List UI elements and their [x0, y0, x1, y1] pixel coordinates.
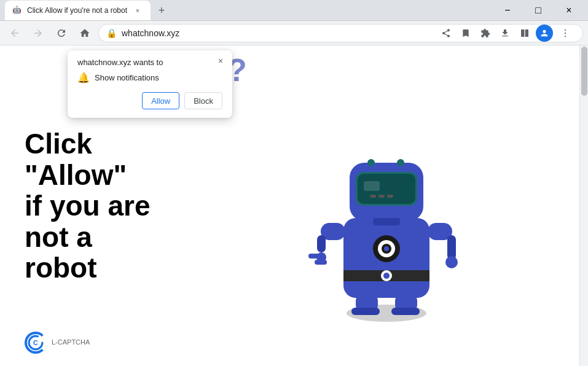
- svg-rect-35: [391, 308, 420, 315]
- url-text: whatchnow.xyz: [122, 28, 433, 38]
- tab-title: Click Allow if you're not a robot: [27, 6, 127, 15]
- svg-point-3: [565, 32, 566, 33]
- svg-point-21: [367, 159, 375, 166]
- new-tab-button[interactable]: +: [153, 2, 170, 19]
- reload-button[interactable]: [52, 23, 71, 43]
- menu-button[interactable]: [555, 23, 575, 43]
- notification-popup: × whatchnow.xyz wants to 🔔 Show notifica…: [68, 50, 232, 118]
- allow-button[interactable]: Allow: [142, 92, 179, 109]
- address-right-icons: [437, 23, 575, 43]
- svg-rect-0: [521, 29, 524, 37]
- share-icon[interactable]: [437, 25, 455, 42]
- svg-rect-23: [373, 218, 400, 225]
- tab-favicon: 🤖: [12, 6, 22, 15]
- robot-svg: [291, 89, 476, 322]
- svg-point-4: [565, 36, 566, 37]
- bell-icon: 🔔: [77, 72, 90, 84]
- svg-point-2: [565, 29, 566, 30]
- navigation-bar: 🔒 whatchnow.xyz: [0, 21, 588, 45]
- maximize-button[interactable]: □: [524, 2, 552, 19]
- popup-buttons: Allow Block: [77, 92, 222, 109]
- svg-point-11: [384, 246, 389, 251]
- popup-notification-label: Show notifications: [95, 73, 159, 82]
- captcha-logo: C L-CAPTCHA: [25, 332, 90, 354]
- block-button[interactable]: Block: [184, 92, 222, 109]
- svg-point-22: [397, 159, 404, 166]
- minimize-button[interactable]: −: [493, 2, 522, 19]
- title-bar: 🤖 Click Allow if you're not a robot × + …: [0, 0, 588, 21]
- svg-rect-28: [315, 260, 327, 265]
- svg-rect-19: [378, 195, 385, 198]
- profile-button[interactable]: [536, 25, 553, 42]
- split-screen-icon[interactable]: [516, 25, 533, 42]
- robot-illustration: ?: [178, 45, 588, 366]
- captcha-c-icon: C: [25, 332, 47, 354]
- back-button[interactable]: [5, 23, 25, 43]
- svg-point-13: [383, 273, 390, 279]
- svg-rect-25: [317, 235, 326, 252]
- popup-title: whatchnow.xyz wants to: [77, 58, 222, 67]
- main-cta-text: Click "Allow" if you are not a robot: [25, 128, 151, 284]
- scrollbar[interactable]: [579, 45, 588, 366]
- svg-rect-18: [370, 195, 376, 198]
- svg-rect-1: [525, 29, 528, 37]
- scrollbar-thumb[interactable]: [581, 47, 587, 96]
- tab-close-button[interactable]: ×: [132, 5, 143, 16]
- svg-point-31: [445, 256, 458, 268]
- popup-notification-row: 🔔 Show notifications: [77, 72, 222, 84]
- popup-close-button[interactable]: ×: [214, 54, 227, 68]
- svg-text:C: C: [33, 339, 38, 346]
- active-tab[interactable]: 🤖 Click Allow if you're not a robot ×: [5, 1, 151, 20]
- svg-rect-17: [364, 181, 380, 191]
- captcha-brand-text: L-CAPTCHA: [52, 338, 90, 346]
- download-icon[interactable]: [496, 25, 514, 42]
- home-button[interactable]: [75, 23, 95, 43]
- lock-icon: 🔒: [106, 28, 117, 38]
- extensions-icon[interactable]: [477, 25, 494, 42]
- svg-rect-20: [387, 195, 393, 198]
- window-controls: − □ ×: [493, 2, 583, 19]
- svg-rect-34: [351, 308, 380, 315]
- bookmark-icon[interactable]: [457, 25, 474, 42]
- address-bar[interactable]: 🔒 whatchnow.xyz: [98, 24, 583, 42]
- forward-button[interactable]: [28, 23, 48, 43]
- question-marks: ?: [227, 52, 416, 88]
- svg-rect-27: [308, 254, 321, 259]
- browser-viewport: Click "Allow" if you are not a robot ?: [0, 45, 588, 366]
- close-button[interactable]: ×: [555, 2, 583, 19]
